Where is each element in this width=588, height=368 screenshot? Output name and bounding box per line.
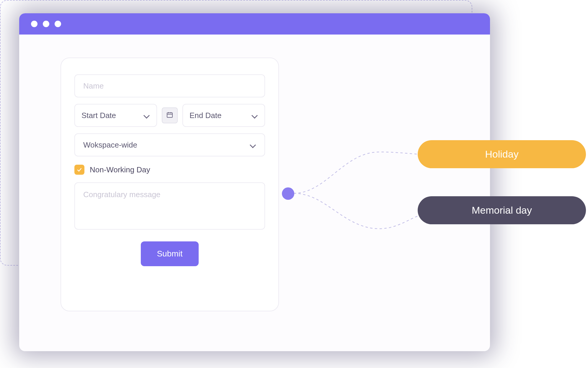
name-placeholder: Name: [83, 81, 104, 91]
submit-button[interactable]: Submit: [141, 241, 198, 266]
event-form-card: Name Start Date End Date: [61, 58, 279, 311]
non-working-day-label: Non-Working Day: [90, 165, 150, 174]
non-working-day-row: Non-Working Day: [74, 163, 265, 175]
browser-window: Name Start Date End Date: [19, 13, 490, 351]
window-control-dot[interactable]: [43, 21, 49, 27]
svg-rect-0: [167, 113, 172, 117]
window-control-dot[interactable]: [55, 21, 61, 27]
window-control-dot[interactable]: [31, 21, 37, 27]
chevron-down-icon: [143, 112, 150, 119]
message-textarea[interactable]: Congratulary message: [74, 182, 265, 230]
date-row: Start Date End Date: [74, 104, 265, 127]
holiday-tag-label: Holiday: [485, 148, 518, 160]
non-working-day-checkbox[interactable]: [74, 165, 84, 175]
start-date-select[interactable]: Start Date: [74, 104, 157, 127]
end-date-placeholder: End Date: [190, 111, 221, 120]
calendar-button[interactable]: [162, 107, 178, 123]
window-title-bar: [19, 13, 490, 35]
chevron-down-icon: [250, 142, 256, 148]
start-date-placeholder: Start Date: [81, 111, 116, 120]
connector-node: [282, 187, 294, 200]
workspace-select[interactable]: Wokspace-wide: [74, 133, 265, 156]
workspace-placeholder: Wokspace-wide: [83, 140, 137, 150]
message-placeholder: Congratulary message: [83, 190, 161, 199]
holiday-tag[interactable]: Holiday: [418, 140, 586, 168]
calendar-icon: [166, 111, 173, 120]
check-icon: [76, 167, 82, 173]
name-input[interactable]: Name: [74, 74, 265, 97]
memorial-tag-label: Memorial day: [472, 205, 532, 216]
memorial-day-tag[interactable]: Memorial day: [418, 196, 586, 224]
end-date-select[interactable]: End Date: [182, 104, 265, 127]
chevron-down-icon: [251, 112, 258, 119]
